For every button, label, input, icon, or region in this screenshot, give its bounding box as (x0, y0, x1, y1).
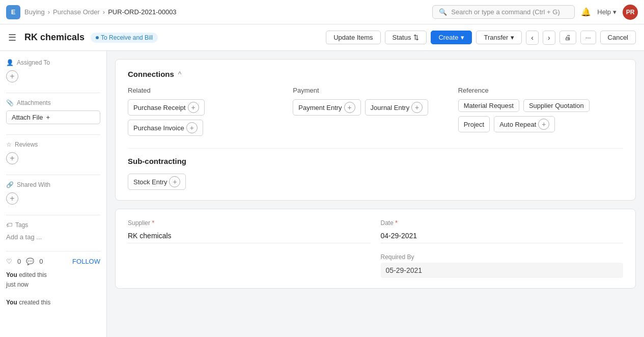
journal-entry-add-icon[interactable]: + (411, 102, 423, 113)
star-icon: ☆ (6, 141, 12, 148)
status-button[interactable]: Status ⇅ (385, 31, 427, 44)
journal-entry-tag[interactable]: Journal Entry + (365, 99, 429, 116)
date-required-star: * (395, 219, 398, 227)
reviews-section: ☆ Reviews + (6, 141, 100, 164)
share-icon: 🔗 (6, 181, 14, 188)
meta-row: ♡ 0 💬 0 FOLLOW (6, 258, 100, 265)
divider-5 (6, 251, 100, 251)
add-assignee-button[interactable]: + (6, 70, 18, 82)
status-arrow-icon: ⇅ (413, 34, 419, 41)
add-share-button[interactable]: + (6, 192, 18, 205)
top-navigation: E Buying › Purchase Order › PUR-ORD-2021… (0, 0, 644, 24)
search-placeholder: Search or type a command (Ctrl + G) (451, 8, 560, 16)
help-chevron-icon: ▾ (613, 8, 617, 16)
create-button[interactable]: Create ▾ (431, 31, 472, 44)
reviews-title: ☆ Reviews (6, 141, 100, 148)
transfer-arrow-icon: ▾ (511, 34, 514, 41)
attachments-section: 📎 Attachments Attach File + (6, 99, 100, 124)
prev-button[interactable]: ‹ (526, 31, 539, 45)
connections-chevron-icon[interactable]: ^ (178, 70, 182, 78)
attachments-title: 📎 Attachments (6, 99, 100, 106)
connections-grid: Related Purchase Receipt + Purchase Invo… (128, 87, 623, 136)
required-by-value: 05-29-2021 (381, 263, 624, 278)
doc-actions: Update Items Status ⇅ Create ▾ Transfer … (326, 31, 636, 45)
breadcrumb-sep2: › (103, 8, 105, 16)
add-tag-link[interactable]: Add a tag ... (6, 233, 42, 241)
purchase-invoice-add-icon[interactable]: + (186, 122, 198, 133)
breadcrumb-sep1: › (48, 8, 50, 16)
supplier-field: Supplier * RK chemicals (128, 219, 371, 243)
breadcrumb-doc-id: PUR-ORD-2021-00003 (108, 8, 176, 16)
search-bar[interactable]: 🔍 Search or type a command (Ctrl + G) (432, 5, 575, 19)
divider-2 (6, 134, 100, 135)
comments-count: 0 (39, 258, 43, 265)
date-value[interactable]: 04-29-2021 (381, 229, 624, 243)
form-card: Supplier * RK chemicals Date * 04-29-202… (115, 209, 636, 289)
paperclip-icon: 📎 (6, 99, 14, 106)
supplier-value[interactable]: RK chemicals (128, 229, 371, 243)
print-button[interactable]: 🖨 (559, 31, 576, 44)
shared-with-section: 🔗 Shared With + (6, 181, 100, 205)
activity-1: You edited this just now (6, 270, 100, 290)
reference-column: Reference Material Request Supplier Quot… (458, 87, 623, 136)
purchase-receipt-tag[interactable]: Purchase Receipt + (128, 99, 205, 116)
main-layout: 👤 Assigned To + 📎 Attachments Attach Fil… (0, 51, 644, 337)
subcontracting-tags: Stock Entry + (128, 174, 623, 190)
shared-with-title: 🔗 Shared With (6, 181, 100, 188)
likes-count: 0 (17, 258, 21, 265)
app-icon[interactable]: E (6, 5, 20, 19)
material-request-tag[interactable]: Material Request (458, 99, 519, 112)
transfer-button[interactable]: Transfer ▾ (476, 31, 522, 44)
document-title: RK chemicals (24, 32, 85, 43)
date-field: Date * 04-29-2021 (381, 219, 624, 243)
related-column: Related Purchase Receipt + Purchase Invo… (128, 87, 293, 136)
assigned-to-title: 👤 Assigned To (6, 59, 100, 66)
avatar[interactable]: PR (623, 5, 638, 20)
breadcrumb-buying[interactable]: Buying (24, 8, 45, 16)
purchase-receipt-add-icon[interactable]: + (188, 102, 199, 113)
required-by-label: Required By (381, 254, 624, 261)
divider-3 (6, 175, 100, 175)
more-icon: ··· (585, 34, 591, 41)
breadcrumb-purchase-order[interactable]: Purchase Order (53, 8, 100, 16)
auto-repeat-tag[interactable]: Auto Repeat + (494, 116, 555, 132)
supplier-label: Supplier * (128, 219, 371, 227)
reference-tags: Material Request Supplier Quotation Proj… (458, 99, 613, 132)
subcontracting-header: Sub-contracting (128, 157, 623, 165)
connections-header: Connections ^ (128, 70, 623, 78)
attach-plus-icon: + (46, 114, 50, 121)
breadcrumb: Buying › Purchase Order › PUR-ORD-2021-0… (24, 8, 177, 16)
search-icon: 🔍 (439, 8, 447, 16)
cancel-button[interactable]: Cancel (600, 31, 636, 44)
notifications-bell-icon[interactable]: 🔔 (581, 7, 591, 17)
purchase-invoice-tag[interactable]: Purchase Invoice + (128, 120, 203, 136)
form-grid: Supplier * RK chemicals Date * 04-29-202… (128, 219, 623, 278)
hamburger-icon[interactable]: ☰ (8, 32, 16, 43)
more-options-button[interactable]: ··· (580, 31, 596, 44)
add-review-button[interactable]: + (6, 152, 18, 164)
auto-repeat-add-icon[interactable]: + (538, 119, 549, 130)
comment-icon: 💬 (26, 258, 34, 265)
tag-icon: 🏷 (6, 221, 12, 229)
supplier-required-star: * (152, 219, 154, 227)
help-button[interactable]: Help ▾ (597, 8, 617, 16)
next-arrow-icon: › (548, 34, 550, 42)
stock-entry-tag[interactable]: Stock Entry + (128, 174, 186, 190)
follow-button[interactable]: FOLLOW (72, 258, 100, 265)
supplier-quotation-tag[interactable]: Supplier Quotation (523, 99, 590, 112)
attach-file-button[interactable]: Attach File + (6, 110, 100, 124)
document-toolbar: ☰ RK chemicals To Receive and Bill Updat… (0, 24, 644, 51)
payment-tags: Payment Entry + Journal Entry + (293, 99, 447, 116)
subcontracting-section: Sub-contracting Stock Entry + (128, 148, 623, 190)
payment-entry-tag[interactable]: Payment Entry + (293, 99, 360, 116)
required-by-field: Required By 05-29-2021 (381, 254, 624, 278)
status-dot-icon (96, 36, 99, 39)
payment-entry-add-icon[interactable]: + (344, 102, 355, 113)
sidebar: 👤 Assigned To + 📎 Attachments Attach Fil… (0, 51, 107, 337)
stock-entry-add-icon[interactable]: + (169, 176, 180, 187)
update-items-button[interactable]: Update Items (326, 31, 380, 44)
divider-1 (6, 93, 100, 93)
related-title: Related (128, 87, 283, 94)
project-tag[interactable]: Project (458, 116, 490, 132)
next-button[interactable]: › (543, 31, 555, 45)
